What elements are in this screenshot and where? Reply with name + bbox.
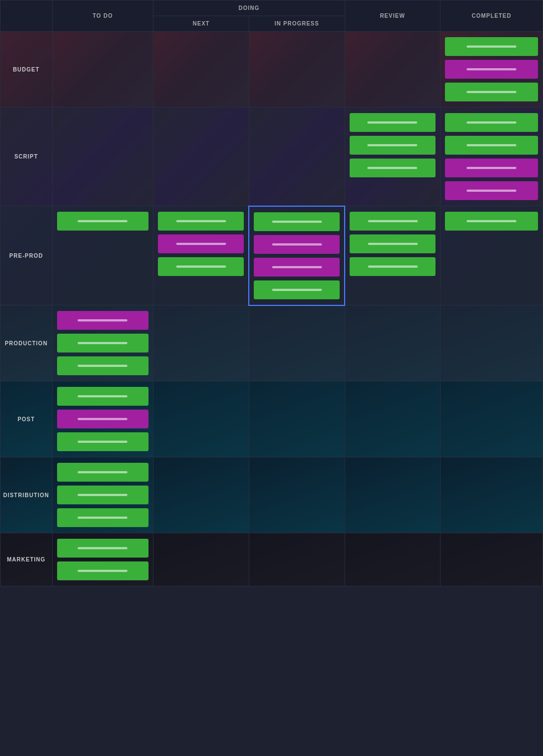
- kanban-cell: [52, 206, 153, 305]
- task-card[interactable]: [254, 212, 340, 231]
- kanban-cell: [249, 381, 345, 457]
- kanban-cell: [249, 108, 345, 206]
- task-card[interactable]: [350, 234, 436, 253]
- kanban-cell: [345, 457, 440, 533]
- next-header: NEXT: [153, 16, 249, 32]
- task-card[interactable]: [445, 136, 538, 155]
- kanban-cell: [153, 533, 249, 586]
- task-card[interactable]: [57, 311, 149, 330]
- row-label: POST: [1, 381, 53, 457]
- kanban-cell: [52, 533, 153, 586]
- task-card[interactable]: [57, 508, 149, 527]
- task-card[interactable]: [57, 463, 149, 482]
- kanban-cell: [153, 206, 249, 305]
- task-card[interactable]: [254, 280, 340, 299]
- kanban-cell: [52, 32, 153, 108]
- task-card[interactable]: [445, 212, 538, 231]
- kanban-cell: [153, 108, 249, 206]
- task-card[interactable]: [350, 113, 436, 132]
- kanban-row: PRE-PROD: [1, 206, 543, 305]
- task-card[interactable]: [57, 486, 149, 504]
- kanban-cell: [52, 305, 153, 381]
- row-label: DISTRIBUTION: [1, 457, 53, 533]
- kanban-cell: [249, 305, 345, 381]
- kanban-cell: [440, 533, 543, 586]
- completed-label: COMPLETED: [472, 13, 511, 19]
- task-card[interactable]: [158, 234, 244, 253]
- doing-label: DOING: [239, 5, 260, 11]
- task-card[interactable]: [350, 257, 436, 276]
- task-card[interactable]: [445, 159, 538, 177]
- kanban-cell: [153, 32, 249, 108]
- review-label: REVIEW: [380, 13, 405, 19]
- kanban-cell: [249, 457, 345, 533]
- task-card[interactable]: [57, 212, 149, 231]
- kanban-cell: [153, 305, 249, 381]
- task-card[interactable]: [57, 410, 149, 428]
- task-card[interactable]: [158, 212, 244, 231]
- kanban-cell: [345, 533, 440, 586]
- kanban-cell: [52, 381, 153, 457]
- kanban-cell: [440, 305, 543, 381]
- row-label: PRE-PROD: [1, 206, 53, 305]
- kanban-cell: [440, 206, 543, 305]
- kanban-cell: [440, 108, 543, 206]
- kanban-row: BUDGET: [1, 32, 543, 108]
- kanban-cell: [345, 206, 440, 305]
- task-card[interactable]: [445, 83, 538, 101]
- kanban-row: SCRIPT: [1, 108, 543, 206]
- task-card[interactable]: [445, 37, 538, 56]
- kanban-cell: [52, 457, 153, 533]
- kanban-row: DISTRIBUTION: [1, 457, 543, 533]
- row-label: PRODUCTION: [1, 305, 53, 381]
- kanban-row: PRODUCTION: [1, 305, 543, 381]
- kanban-board: TO DO DOING REVIEW COMPLETED NEXT IN PRO…: [0, 0, 543, 586]
- header-top-row: TO DO DOING REVIEW COMPLETED: [1, 1, 543, 16]
- task-card[interactable]: [350, 136, 436, 155]
- todo-header: TO DO: [52, 1, 153, 32]
- inprogress-header: IN PROGRESS: [249, 16, 345, 32]
- kanban-cell: [440, 457, 543, 533]
- kanban-row: POST: [1, 381, 543, 457]
- kanban-cell: [345, 381, 440, 457]
- task-card[interactable]: [57, 561, 149, 580]
- kanban-cell: [249, 206, 345, 305]
- task-card[interactable]: [57, 356, 149, 375]
- task-card[interactable]: [158, 257, 244, 276]
- kanban-cell: [440, 32, 543, 108]
- task-card[interactable]: [57, 387, 149, 406]
- doing-header: DOING: [153, 1, 345, 16]
- next-label: NEXT: [193, 21, 210, 27]
- kanban-cell: [440, 381, 543, 457]
- task-card[interactable]: [350, 212, 436, 231]
- task-card[interactable]: [57, 334, 149, 353]
- kanban-cell: [345, 108, 440, 206]
- row-label: SCRIPT: [1, 108, 53, 206]
- kanban-cell: [153, 381, 249, 457]
- todo-label: TO DO: [93, 13, 112, 19]
- task-card[interactable]: [350, 159, 436, 177]
- review-header: REVIEW: [345, 1, 440, 32]
- row-label: BUDGET: [1, 32, 53, 108]
- task-card[interactable]: [445, 113, 538, 132]
- kanban-cell: [249, 32, 345, 108]
- kanban-cell: [153, 457, 249, 533]
- row-label: MARKETING: [1, 533, 53, 586]
- task-card[interactable]: [57, 539, 149, 558]
- kanban-cell: [345, 305, 440, 381]
- task-card[interactable]: [254, 235, 340, 254]
- corner-cell: [1, 1, 53, 32]
- task-card[interactable]: [57, 432, 149, 451]
- kanban-cell: [52, 108, 153, 206]
- kanban-cell: [345, 32, 440, 108]
- task-card[interactable]: [445, 181, 538, 200]
- completed-header: COMPLETED: [440, 1, 543, 32]
- task-card[interactable]: [445, 60, 538, 79]
- inprogress-label: IN PROGRESS: [275, 21, 319, 27]
- kanban-row: MARKETING: [1, 533, 543, 586]
- task-card[interactable]: [254, 258, 340, 277]
- kanban-cell: [249, 533, 345, 586]
